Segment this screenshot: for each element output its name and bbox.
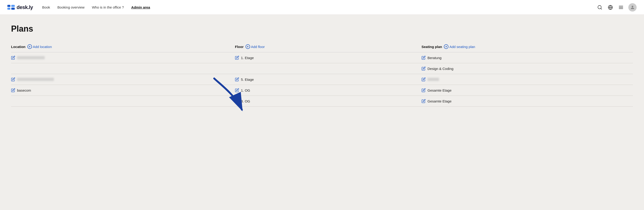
cell-floor-5: 3. OG xyxy=(235,96,422,107)
table-row: basecom 1. OG xyxy=(11,85,633,96)
cell-location-5 xyxy=(11,96,235,107)
edit-seating-2-icon[interactable] xyxy=(422,66,426,71)
nav-who-in-office[interactable]: Who is in the office ? xyxy=(92,5,124,9)
edit-floor-4-icon[interactable] xyxy=(235,88,239,92)
edit-seating-5-icon[interactable] xyxy=(422,99,426,103)
seating-3-text xyxy=(428,78,439,81)
svg-rect-1 xyxy=(7,8,10,10)
logo-icon xyxy=(7,5,15,10)
plans-table: Location + Add location Floor + Add floo… xyxy=(11,42,633,107)
add-location-link[interactable]: + Add location xyxy=(28,44,52,49)
svg-rect-2 xyxy=(11,5,15,7)
edit-seating-4-icon[interactable] xyxy=(422,88,426,92)
column-header-seating-plan: Seating plan + Add seating plan xyxy=(422,42,633,52)
globe-icon[interactable] xyxy=(607,4,614,11)
add-seating-plan-link[interactable]: + Add seating plan xyxy=(444,44,475,49)
column-header-location: Location + Add location xyxy=(11,42,235,52)
nav-book[interactable]: Book xyxy=(42,5,50,9)
cell-location-3 xyxy=(11,74,235,85)
table-row: 5. Etage xyxy=(11,74,633,85)
floor-5-text: 3. OG xyxy=(241,99,250,103)
floor-4-text: 1. OG xyxy=(241,88,250,92)
edit-seating-1-icon[interactable] xyxy=(422,56,426,60)
svg-point-11 xyxy=(632,6,633,7)
nav-booking-overview[interactable]: Booking overview xyxy=(57,5,84,9)
location-1-text xyxy=(17,56,45,59)
seating-4-text: Gesamte Etage xyxy=(428,88,452,92)
cell-seating-2: Design & Coding xyxy=(422,63,633,74)
seating-2-text: Design & Coding xyxy=(428,67,454,71)
column-header-floor: Floor + Add floor xyxy=(235,42,422,52)
cell-floor-1: 1. Etage xyxy=(235,52,422,63)
cell-floor-3: 5. Etage xyxy=(235,74,422,85)
edit-location-1-icon[interactable] xyxy=(11,56,15,60)
cell-seating-1: Beratung xyxy=(422,52,633,63)
plus-circle-seating: + xyxy=(444,44,448,49)
cell-seating-5: Gesamte Etage xyxy=(422,96,633,107)
edit-floor-1-icon[interactable] xyxy=(235,56,239,60)
add-floor-link[interactable]: + Add floor xyxy=(246,44,265,49)
cell-floor-2 xyxy=(235,63,422,74)
floor-3-text: 5. Etage xyxy=(241,77,254,81)
cell-location-4: basecom xyxy=(11,85,235,96)
nav-admin-area[interactable]: Admin area xyxy=(131,5,150,9)
svg-rect-0 xyxy=(7,5,10,7)
search-icon[interactable] xyxy=(596,4,603,11)
edit-floor-5-icon[interactable] xyxy=(235,99,239,103)
edit-seating-3-icon[interactable] xyxy=(422,77,426,81)
edit-location-4-icon[interactable] xyxy=(11,88,15,92)
svg-rect-3 xyxy=(11,8,15,10)
seating-5-text: Gesamte Etage xyxy=(428,99,452,103)
svg-line-5 xyxy=(601,8,602,9)
cell-seating-4: Gesamte Etage xyxy=(422,85,633,96)
plus-circle-location: + xyxy=(28,44,32,49)
floor-1-text: 1. Etage xyxy=(241,56,254,60)
plus-circle-floor: + xyxy=(246,44,250,49)
table-row: Design & Coding xyxy=(11,63,633,74)
edit-location-3-icon[interactable] xyxy=(11,77,15,81)
table-row: 3. OG Gesamte Etage xyxy=(11,96,633,107)
hamburger-menu-icon[interactable] xyxy=(618,4,624,11)
cell-floor-4: 1. OG xyxy=(235,85,422,96)
edit-floor-3-icon[interactable] xyxy=(235,77,239,81)
logo-text: desk.ly xyxy=(16,4,33,10)
cell-location-2 xyxy=(11,63,235,74)
location-3-text xyxy=(17,78,54,81)
header-actions xyxy=(596,3,637,12)
user-avatar[interactable] xyxy=(628,3,637,12)
seating-1-text: Beratung xyxy=(428,56,442,60)
page-title: Plans xyxy=(11,24,633,34)
cell-location-1 xyxy=(11,52,235,63)
page-content: Plans Location + Add location Floor xyxy=(0,15,644,116)
table-header-row: Location + Add location Floor + Add floo… xyxy=(11,42,633,52)
logo[interactable]: desk.ly xyxy=(7,4,33,10)
main-nav: Book Booking overview Who is in the offi… xyxy=(42,5,596,9)
table-row: 1. Etage Beratung xyxy=(11,52,633,63)
header: desk.ly Book Booking overview Who is in … xyxy=(0,0,644,15)
cell-seating-3 xyxy=(422,74,633,85)
location-4-text: basecom xyxy=(17,88,31,92)
